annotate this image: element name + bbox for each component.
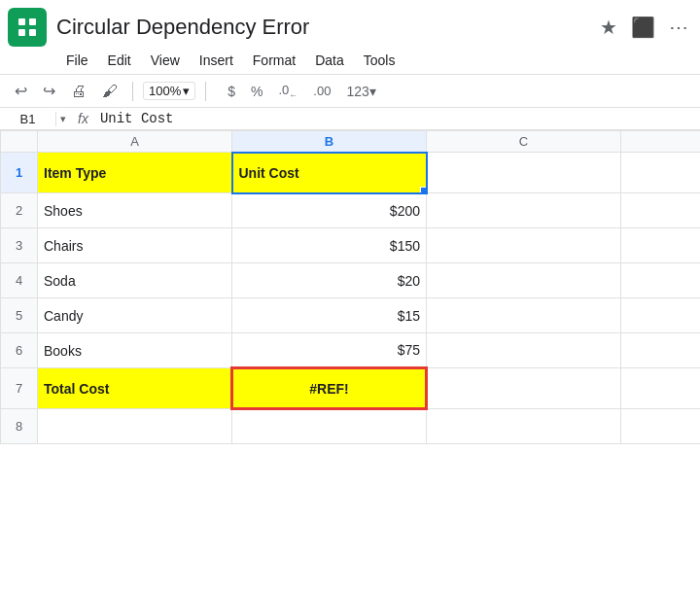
cell-c3[interactable]: [427, 228, 621, 263]
menu-edit[interactable]: Edit: [100, 51, 139, 70]
row-header-4[interactable]: 4: [1, 263, 38, 298]
table-row: 2 Shoes $200: [1, 193, 701, 228]
col-header-b[interactable]: B: [232, 131, 427, 153]
row-header-5[interactable]: 5: [1, 298, 38, 333]
menu-view[interactable]: View: [143, 51, 188, 70]
cell-b1[interactable]: Unit Cost: [232, 153, 427, 193]
table-row: 1 Item Type Unit Cost: [1, 153, 701, 193]
col-header-c[interactable]: C: [427, 131, 621, 153]
page-title: Circular Dependency Error: [56, 15, 590, 40]
menu-bar: File Edit View Insert Format Data Tools: [0, 49, 700, 74]
cell-c6[interactable]: [427, 333, 621, 368]
cell-reference: B1: [8, 112, 56, 126]
row-header-3[interactable]: 3: [1, 228, 38, 263]
format-buttons: $ % .0← .00 123▾: [222, 81, 382, 102]
column-header-row: A B C: [1, 131, 701, 153]
cell-c5[interactable]: [427, 298, 621, 333]
svg-rect-3: [29, 29, 36, 36]
cell-c7[interactable]: [427, 368, 621, 409]
corner-cell: [1, 131, 38, 153]
row-header-8[interactable]: 8: [1, 409, 38, 444]
menu-insert[interactable]: Insert: [192, 51, 241, 70]
menu-data[interactable]: Data: [307, 51, 352, 70]
col-header-a[interactable]: A: [38, 131, 232, 153]
table-row: 8: [1, 409, 701, 444]
cell-b6[interactable]: $75: [232, 333, 427, 368]
cell-b5[interactable]: $15: [232, 298, 427, 333]
cell-d1[interactable]: [621, 153, 701, 193]
cell-a5[interactable]: Candy: [38, 298, 232, 333]
col-header-d[interactable]: [621, 131, 701, 153]
menu-tools[interactable]: Tools: [356, 51, 403, 70]
table-row: 4 Soda $20: [1, 263, 701, 298]
row-header-6[interactable]: 6: [1, 333, 38, 368]
cell-c8[interactable]: [427, 409, 621, 444]
table-row: 5 Candy $15: [1, 298, 701, 333]
toolbar: ↩ ↪ 🖨 🖌 100% ▾ $ % .0← .00 123▾: [0, 74, 700, 108]
cell-c4[interactable]: [427, 263, 621, 298]
cell-a3[interactable]: Chairs: [38, 228, 232, 263]
cell-d2[interactable]: [621, 193, 701, 228]
sheet-table: A B C 1 Item Type Unit Cost 2 Shoe: [0, 130, 700, 444]
percent-button[interactable]: %: [245, 82, 268, 101]
cell-d7[interactable]: [621, 368, 701, 409]
cell-c2[interactable]: [427, 193, 621, 228]
fx-label: fx: [78, 111, 88, 126]
cell-d4[interactable]: [621, 263, 701, 298]
app-icon: [8, 8, 47, 47]
cell-d3[interactable]: [621, 228, 701, 263]
cell-d5[interactable]: [621, 298, 701, 333]
zoom-value: 100%: [149, 84, 181, 98]
table-row: 6 Books $75: [1, 333, 701, 368]
formula-content: Unit Cost: [100, 111, 174, 126]
decimal-increase-button[interactable]: .00: [307, 82, 336, 100]
table-row: 7 Total Cost #REF!: [1, 368, 701, 409]
separator-2: [205, 82, 206, 101]
table-row: 3 Chairs $150: [1, 228, 701, 263]
star-icon[interactable]: ★: [600, 16, 617, 39]
cell-a7[interactable]: Total Cost: [38, 368, 232, 409]
paint-format-button[interactable]: 🖌: [97, 80, 122, 103]
zoom-arrow: ▾: [183, 84, 190, 98]
move-icon[interactable]: ⬛: [631, 16, 655, 39]
undo-button[interactable]: ↩: [10, 79, 32, 103]
svg-rect-1: [29, 18, 36, 25]
menu-file[interactable]: File: [58, 51, 96, 70]
cell-d8[interactable]: [621, 409, 701, 444]
more-formats-button[interactable]: 123▾: [340, 82, 381, 101]
cell-c1[interactable]: [427, 153, 621, 193]
cell-ref-dropdown[interactable]: ▾: [60, 113, 66, 125]
title-icons: ★ ⬛ ⋯: [600, 16, 688, 39]
zoom-selector[interactable]: 100% ▾: [143, 82, 195, 100]
redo-button[interactable]: ↪: [38, 79, 60, 103]
cell-a4[interactable]: Soda: [38, 263, 232, 298]
svg-rect-0: [18, 18, 25, 25]
cell-b7[interactable]: #REF!: [232, 368, 427, 409]
separator-1: [132, 82, 133, 101]
fill-handle[interactable]: [420, 187, 427, 193]
cell-a1[interactable]: Item Type: [38, 153, 232, 193]
row-header-1[interactable]: 1: [1, 153, 38, 193]
cell-d6[interactable]: [621, 333, 701, 368]
formula-bar: B1 ▾ fx Unit Cost: [0, 108, 700, 130]
cell-a2[interactable]: Shoes: [38, 193, 232, 228]
cell-b3[interactable]: $150: [232, 228, 427, 263]
title-bar: Circular Dependency Error ★ ⬛ ⋯: [0, 0, 700, 49]
cell-b8[interactable]: [232, 409, 427, 444]
cell-a8[interactable]: [38, 409, 232, 444]
cell-b2[interactable]: $200: [232, 193, 427, 228]
svg-rect-2: [18, 29, 25, 36]
dollar-button[interactable]: $: [222, 82, 241, 101]
more-icon[interactable]: ⋯: [669, 16, 688, 39]
cell-a6[interactable]: Books: [38, 333, 232, 368]
spreadsheet: A B C 1 Item Type Unit Cost 2 Shoe: [0, 130, 700, 444]
print-button[interactable]: 🖨: [66, 80, 91, 103]
row-header-7[interactable]: 7: [1, 368, 38, 409]
cell-b4[interactable]: $20: [232, 263, 427, 298]
decimal-decrease-button[interactable]: .0←: [273, 81, 304, 102]
menu-format[interactable]: Format: [245, 51, 303, 70]
row-header-2[interactable]: 2: [1, 193, 38, 228]
